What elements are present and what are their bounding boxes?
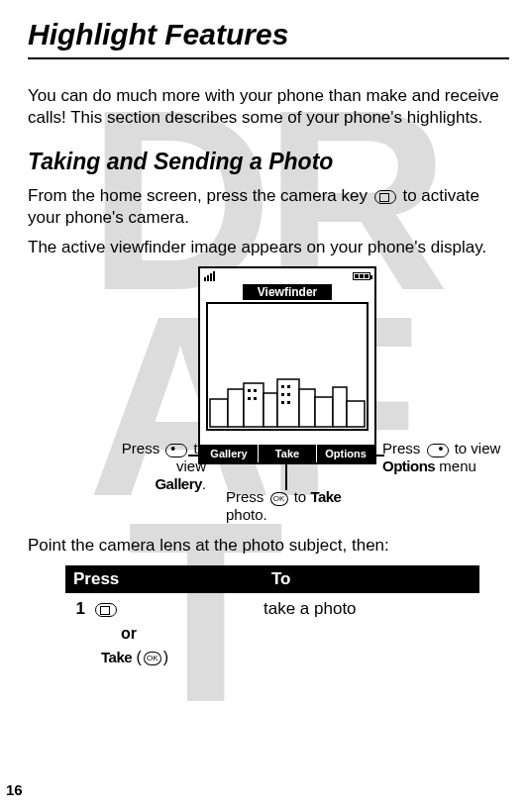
- svg-rect-14: [287, 385, 290, 388]
- viewfinder-diagram: Viewfinder: [28, 266, 509, 524]
- paragraph-camera-key: From the home screen, press the camera k…: [28, 185, 509, 229]
- viewfinder-box: [206, 302, 369, 431]
- ok-key-icon: OK: [270, 492, 288, 506]
- camera-key-icon: [374, 190, 396, 204]
- svg-rect-0: [210, 399, 228, 427]
- page-number: 16: [6, 781, 23, 798]
- section-heading: Taking and Sending a Photo: [28, 149, 509, 175]
- camera-key-icon: [95, 603, 117, 617]
- press-cell: [93, 599, 264, 619]
- svg-rect-6: [315, 397, 333, 427]
- softkey-bar: Gallery Take Options: [200, 445, 374, 462]
- svg-rect-3: [264, 393, 277, 427]
- svg-rect-18: [287, 401, 290, 404]
- header-to: To: [264, 565, 479, 593]
- ok-key-icon: OK: [144, 652, 161, 665]
- point-camera-text: Point the camera lens at the photo subje…: [28, 536, 509, 556]
- take-option: Take (OK): [65, 649, 479, 666]
- svg-rect-9: [248, 389, 251, 392]
- instruction-table: Press To 1 take a photo or Take (OK): [65, 565, 479, 666]
- svg-rect-12: [254, 397, 257, 400]
- svg-rect-15: [281, 393, 284, 396]
- battery-icon: [353, 272, 370, 280]
- svg-rect-13: [281, 385, 284, 388]
- paragraph-viewfinder: The active viewfinder image appears on y…: [28, 237, 509, 258]
- softkey-take[interactable]: Take: [259, 445, 317, 462]
- svg-rect-10: [254, 389, 257, 392]
- left-softkey-icon: [165, 444, 187, 457]
- svg-rect-7: [333, 387, 347, 427]
- status-bar: [200, 268, 374, 284]
- header-press: Press: [65, 565, 264, 593]
- softkey-options[interactable]: Options: [317, 445, 374, 462]
- city-skyline-icon: [208, 359, 367, 429]
- viewfinder-label: Viewfinder: [243, 284, 332, 300]
- table-header: Press To: [65, 565, 479, 593]
- right-softkey-icon: [427, 444, 449, 457]
- or-separator: or: [65, 625, 479, 649]
- to-cell: take a photo: [264, 599, 479, 619]
- softkey-gallery[interactable]: Gallery: [200, 445, 259, 462]
- callout-options: Press to view Options menu: [382, 440, 527, 475]
- phone-screen: Viewfinder: [198, 266, 376, 464]
- svg-rect-5: [299, 389, 315, 427]
- callout-take: Press OK to Take photo.: [226, 488, 384, 524]
- table-row: 1 take a photo: [65, 593, 479, 625]
- svg-rect-1: [228, 389, 244, 427]
- svg-rect-8: [347, 401, 365, 427]
- svg-rect-17: [281, 401, 284, 404]
- step-number: 1: [65, 599, 93, 619]
- svg-rect-16: [287, 393, 290, 396]
- signal-icon: [204, 271, 215, 281]
- page-title: Highlight Features: [28, 18, 509, 59]
- svg-rect-11: [248, 397, 251, 400]
- callout-gallery: Press to view Gallery.: [97, 440, 206, 493]
- intro-paragraph: You can do much more with your phone tha…: [28, 85, 509, 129]
